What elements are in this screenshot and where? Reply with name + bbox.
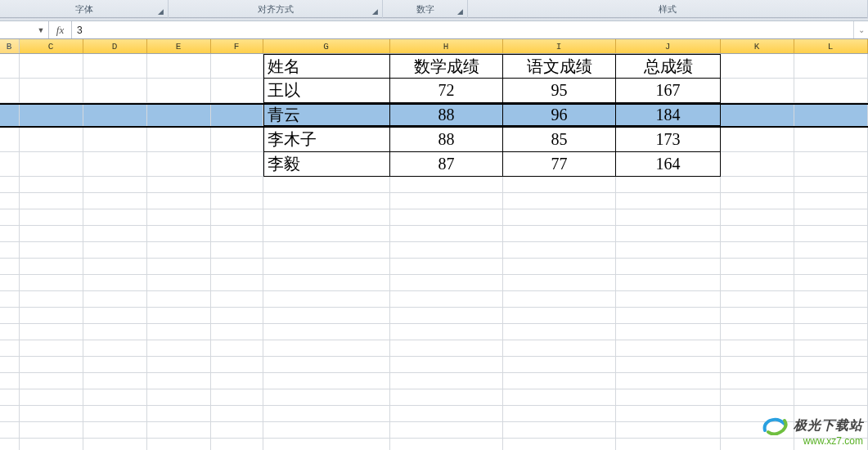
cell[interactable] <box>20 259 83 275</box>
cell[interactable] <box>83 324 147 340</box>
cell[interactable] <box>20 128 83 152</box>
cell[interactable] <box>211 105 263 126</box>
cell-total[interactable]: 164 <box>616 152 721 177</box>
cell[interactable] <box>616 406 721 422</box>
cell-name[interactable]: 青云 <box>263 105 390 126</box>
cell[interactable] <box>721 357 794 373</box>
cell[interactable] <box>263 193 390 209</box>
cell[interactable] <box>390 340 503 357</box>
cell[interactable] <box>794 79 868 103</box>
cell[interactable] <box>263 340 390 357</box>
cell[interactable] <box>83 291 147 308</box>
cell[interactable] <box>211 177 263 193</box>
cell[interactable] <box>616 291 721 308</box>
cell[interactable] <box>390 389 503 406</box>
header-total[interactable]: 总成绩 <box>616 54 721 79</box>
cell[interactable] <box>390 259 503 275</box>
cell[interactable] <box>211 193 263 209</box>
cell[interactable] <box>721 389 794 406</box>
cell[interactable] <box>390 324 503 340</box>
cell[interactable] <box>147 54 211 79</box>
cell[interactable] <box>503 357 616 373</box>
cell[interactable] <box>263 357 390 373</box>
cell[interactable] <box>0 209 20 226</box>
cell[interactable] <box>390 275 503 291</box>
cell[interactable] <box>721 275 794 291</box>
col-header-B[interactable]: B <box>0 39 20 53</box>
cell[interactable] <box>147 291 211 308</box>
cell[interactable] <box>721 79 794 103</box>
cell[interactable] <box>83 209 147 226</box>
col-header-I[interactable]: I <box>503 39 616 53</box>
cell[interactable] <box>83 389 147 406</box>
cell-total[interactable]: 184 <box>616 105 721 126</box>
cell[interactable] <box>503 242 616 259</box>
cell[interactable] <box>721 291 794 308</box>
cell[interactable] <box>20 209 83 226</box>
cell-total[interactable]: 173 <box>616 128 721 152</box>
cell[interactable] <box>616 340 721 357</box>
cell[interactable] <box>794 308 868 324</box>
cell[interactable] <box>794 54 868 79</box>
cell[interactable] <box>211 275 263 291</box>
cell[interactable] <box>721 193 794 209</box>
cell[interactable] <box>616 439 721 450</box>
spreadsheet-grid[interactable]: 姓名 数学成绩 语文成绩 总成绩 王以 72 95 167 青云 88 96 1… <box>0 54 868 450</box>
cell[interactable] <box>794 340 868 357</box>
cell[interactable] <box>721 105 794 126</box>
cell[interactable] <box>794 259 868 275</box>
cell[interactable] <box>794 177 868 193</box>
cell[interactable] <box>83 54 147 79</box>
cell[interactable] <box>0 422 20 439</box>
cell[interactable] <box>390 209 503 226</box>
cell[interactable] <box>616 259 721 275</box>
cell[interactable] <box>263 291 390 308</box>
cell[interactable] <box>20 152 83 177</box>
cell[interactable] <box>147 406 211 422</box>
cell[interactable] <box>721 406 794 422</box>
cell[interactable] <box>721 259 794 275</box>
cell[interactable] <box>20 275 83 291</box>
cell[interactable] <box>0 357 20 373</box>
cell[interactable] <box>503 340 616 357</box>
cell[interactable] <box>263 373 390 389</box>
cell[interactable] <box>0 373 20 389</box>
cell[interactable] <box>147 152 211 177</box>
cell[interactable] <box>20 357 83 373</box>
cell[interactable] <box>211 373 263 389</box>
cell[interactable] <box>211 54 263 79</box>
cell[interactable] <box>83 340 147 357</box>
cell[interactable] <box>83 275 147 291</box>
cell[interactable] <box>263 308 390 324</box>
cell[interactable] <box>83 105 147 126</box>
cell[interactable] <box>616 242 721 259</box>
cell[interactable] <box>83 357 147 373</box>
cell[interactable] <box>20 242 83 259</box>
cell[interactable] <box>20 193 83 209</box>
cell[interactable] <box>147 324 211 340</box>
cell[interactable] <box>83 406 147 422</box>
cell[interactable] <box>263 275 390 291</box>
cell[interactable] <box>263 422 390 439</box>
cell[interactable] <box>147 389 211 406</box>
cell[interactable] <box>211 406 263 422</box>
cell[interactable] <box>211 422 263 439</box>
cell[interactable] <box>503 324 616 340</box>
cell[interactable] <box>147 105 211 126</box>
cell[interactable] <box>0 128 20 152</box>
cell[interactable] <box>0 259 20 275</box>
cell[interactable] <box>211 128 263 152</box>
header-name[interactable]: 姓名 <box>263 54 390 79</box>
cell[interactable] <box>20 177 83 193</box>
header-chinese[interactable]: 语文成绩 <box>503 54 616 79</box>
cell[interactable] <box>794 193 868 209</box>
cell[interactable] <box>390 406 503 422</box>
cell[interactable] <box>20 291 83 308</box>
cell[interactable] <box>616 308 721 324</box>
cell[interactable] <box>211 324 263 340</box>
cell[interactable] <box>211 242 263 259</box>
cell[interactable] <box>20 439 83 450</box>
cell[interactable] <box>390 308 503 324</box>
cell[interactable] <box>721 209 794 226</box>
cell[interactable] <box>721 324 794 340</box>
